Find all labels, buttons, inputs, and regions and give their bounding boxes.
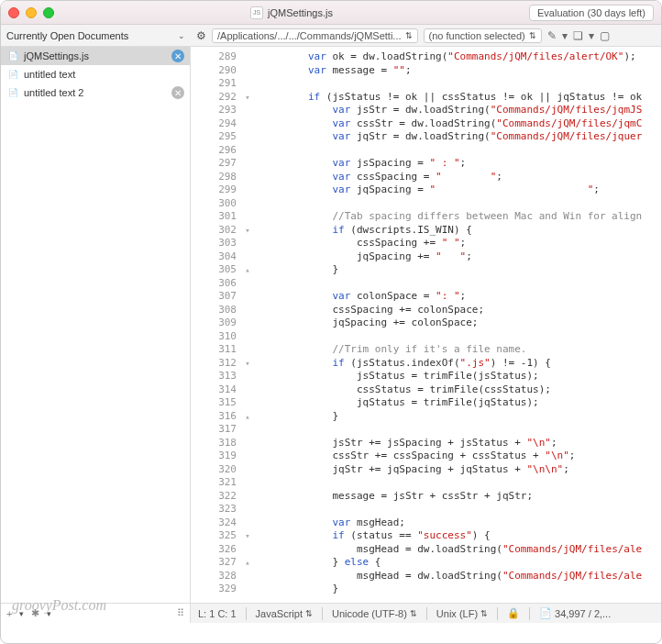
line-gutter[interactable]: 2892902912922932942952962972982993003013… xyxy=(191,47,241,603)
function-label: (no function selected) xyxy=(429,30,525,41)
fold-gutter[interactable]: ▾▾▴▾▴▾▴ xyxy=(241,47,254,603)
editor: 2892902912922932942952962972982993003013… xyxy=(191,47,661,623)
zoom-window-button[interactable] xyxy=(43,7,54,18)
encoding-selector[interactable]: Unicode (UTF-8) ⇅ xyxy=(332,608,417,619)
chevron-updown-icon: ⇅ xyxy=(405,31,413,40)
sidebar: 📄jQMSettings.js✕📄untitled text📄untitled … xyxy=(1,47,191,623)
file-row[interactable]: 📄jQMSettings.js✕ xyxy=(1,47,190,65)
dropdown-icon[interactable]: ▾ xyxy=(589,29,594,42)
gear-icon[interactable]: ⚙ xyxy=(196,29,206,42)
file-name: untitled text 2 xyxy=(24,87,167,98)
js-file-icon: JS xyxy=(250,6,263,19)
window-title: jQMSettings.js xyxy=(268,7,333,18)
file-icon: 📄 xyxy=(6,50,19,62)
title-center: JS jQMSettings.js xyxy=(54,6,529,19)
titlebar: JS jQMSettings.js Evaluation (30 days le… xyxy=(1,1,661,25)
dropdown-icon[interactable]: ▾ xyxy=(562,29,568,42)
file-size: 📄 34,997 / 2,... xyxy=(539,607,611,619)
file-name: jQMSettings.js xyxy=(24,50,167,61)
window-controls xyxy=(8,7,54,18)
close-window-button[interactable] xyxy=(8,7,19,18)
stack-icon[interactable]: ❏ xyxy=(573,29,583,42)
file-name: untitled text xyxy=(24,69,184,80)
sidebar-header-label: Currently Open Documents xyxy=(6,30,174,41)
sidebar-header[interactable]: Currently Open Documents ⌄ xyxy=(1,30,191,41)
path-selector[interactable]: /Applications/.../.../Commands/jQMSetti.… xyxy=(212,28,418,43)
chevron-down-icon: ⌄ xyxy=(178,31,185,40)
open-files-list: 📄jQMSettings.js✕📄untitled text📄untitled … xyxy=(1,47,190,603)
statusbar: L: 1 C: 1 JavaScript ⇅ Unicode (UTF-8) ⇅… xyxy=(191,603,661,623)
minimize-window-button[interactable] xyxy=(26,7,37,18)
close-file-icon[interactable]: ✕ xyxy=(171,86,184,99)
toolbar: Currently Open Documents ⌄ ⚙ /Applicatio… xyxy=(1,25,661,47)
lock-icon[interactable]: 🔒 xyxy=(507,607,520,619)
file-row[interactable]: 📄untitled text 2✕ xyxy=(1,83,190,102)
file-icon: 📄 xyxy=(6,86,19,99)
watermark: groovyPost.com xyxy=(12,597,106,614)
file-row[interactable]: 📄untitled text xyxy=(1,65,190,83)
filter-icon[interactable]: ⠿ xyxy=(177,607,184,619)
new-doc-icon[interactable]: ▢ xyxy=(600,29,610,42)
lineending-selector[interactable]: Unix (LF) ⇅ xyxy=(436,608,488,619)
language-selector[interactable]: JavaScript ⇅ xyxy=(256,608,313,619)
path-text: /Applications/.../.../Commands/jQMSetti.… xyxy=(217,30,402,41)
function-selector[interactable]: (no function selected) ⇅ xyxy=(424,28,542,43)
marker-icon[interactable]: ✎ xyxy=(547,29,557,42)
close-file-icon[interactable]: ✕ xyxy=(171,50,184,62)
code-area[interactable]: 2892902912922932942952962972982993003013… xyxy=(191,47,661,603)
file-icon: 📄 xyxy=(6,68,19,81)
cursor-position[interactable]: L: 1 C: 1 xyxy=(198,608,237,619)
code-text[interactable]: var ok = dw.loadString("Commands/jQM/fil… xyxy=(254,47,661,603)
evaluation-button[interactable]: Evaluation (30 days left) xyxy=(529,5,654,21)
chevron-updown-icon: ⇅ xyxy=(529,31,536,40)
